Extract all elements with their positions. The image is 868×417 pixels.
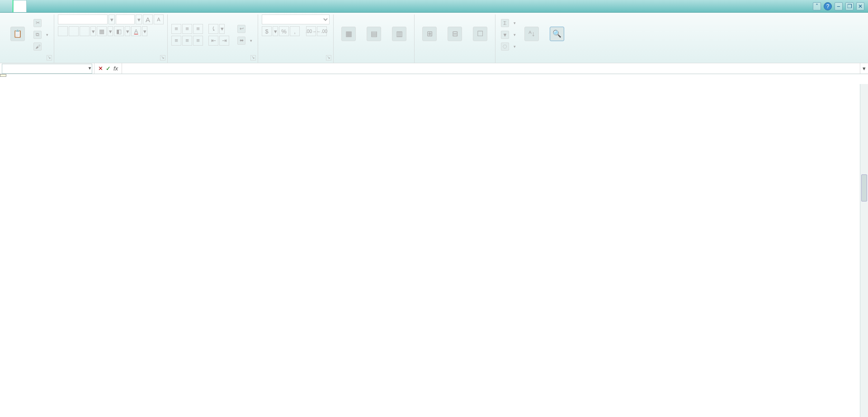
- tab-home[interactable]: [13, 0, 27, 12]
- wrap-text-icon: ↩: [237, 25, 245, 33]
- cell-styles-icon: ▥: [392, 27, 406, 41]
- paste-button[interactable]: 📋: [6, 17, 29, 52]
- font-name-input[interactable]: [58, 14, 108, 24]
- tab-strip: ˄ ? ‒ ❐ ✕: [0, 0, 868, 13]
- increase-decimal-icon[interactable]: .00→: [306, 26, 316, 36]
- window-close-icon[interactable]: ✕: [856, 2, 864, 10]
- tab-formulas[interactable]: [52, 0, 65, 12]
- orientation-icon[interactable]: ⤹: [208, 24, 218, 34]
- copy-icon: ⧉: [33, 31, 42, 39]
- italic-button[interactable]: [69, 26, 79, 36]
- group-cells: ⊞ ⊟ ☐: [415, 14, 495, 63]
- conditional-formatting-icon: ▦: [341, 27, 356, 41]
- tab-insert[interactable]: [27, 0, 39, 12]
- tab-view[interactable]: [90, 0, 103, 12]
- decrease-indent-icon[interactable]: ⇤: [208, 36, 218, 46]
- format-as-table-button[interactable]: ▤: [363, 17, 385, 52]
- minimize-ribbon-icon[interactable]: ˄: [813, 2, 821, 10]
- bold-button[interactable]: [58, 26, 68, 36]
- clear-button[interactable]: ◌▾: [499, 42, 518, 52]
- currency-icon[interactable]: $: [262, 26, 272, 36]
- format-cells-button[interactable]: ☐: [469, 17, 491, 52]
- insert-cells-button[interactable]: ⊞: [418, 17, 441, 52]
- table-icon: ▤: [367, 27, 381, 41]
- fill-icon: ▼: [501, 31, 509, 39]
- merge-center-button[interactable]: ⬌▾: [236, 36, 254, 46]
- cancel-edit-icon[interactable]: ✕: [98, 65, 103, 72]
- borders-button[interactable]: ▦: [97, 26, 107, 36]
- fill-button[interactable]: ▼▾: [499, 30, 518, 40]
- insert-icon: ⊞: [422, 27, 437, 41]
- chevron-down-icon[interactable]: ▾: [89, 66, 91, 70]
- eraser-icon: ◌: [501, 42, 509, 51]
- formula-input[interactable]: [122, 63, 860, 74]
- increase-indent-icon[interactable]: ⇥: [219, 36, 229, 46]
- vertical-scrollbar[interactable]: [860, 84, 868, 417]
- paste-icon: 📋: [10, 27, 25, 41]
- number-format-select[interactable]: [262, 14, 330, 24]
- brush-icon: 🖌: [33, 42, 42, 51]
- confirm-edit-icon[interactable]: ✓: [106, 65, 111, 72]
- comma-icon[interactable]: ,: [290, 26, 300, 36]
- window-restore-icon[interactable]: ❐: [845, 2, 854, 10]
- decrease-decimal-icon[interactable]: ←.00: [317, 26, 327, 36]
- group-editing: Σ▾ ▼▾ ◌▾ ᴬ↓ 🔍: [495, 14, 572, 63]
- window-minimize-icon[interactable]: ‒: [835, 2, 843, 10]
- font-size-input[interactable]: [116, 14, 135, 24]
- increase-font-icon[interactable]: A: [143, 14, 153, 24]
- fx-icon[interactable]: fx: [113, 65, 118, 72]
- tab-review[interactable]: [77, 0, 90, 12]
- group-number: $▾ % , .00→ ←.00 ↘: [258, 14, 334, 63]
- percent-icon[interactable]: %: [279, 26, 289, 36]
- format-icon: ☐: [473, 27, 487, 41]
- tab-page-layout[interactable]: [39, 0, 52, 12]
- group-font: ▾ ▾ A A ▾ ▦▾ ◧▾ A▾ ↘: [54, 14, 168, 63]
- ribbon: 📋 ✂ ⧉▾ 🖌 ↘ ▾ ▾ A A: [0, 13, 868, 63]
- decrease-font-icon[interactable]: A: [154, 14, 164, 24]
- help-icon[interactable]: ?: [824, 2, 832, 10]
- clipboard-launcher-icon[interactable]: ↘: [47, 55, 52, 61]
- sort-icon: ᴬ↓: [524, 27, 539, 41]
- number-launcher-icon[interactable]: ↘: [326, 55, 331, 61]
- formula-bar: ▾ ✕ ✓ fx ▾: [0, 63, 868, 74]
- wrap-text-button[interactable]: ↩: [236, 24, 254, 34]
- cell-styles-button[interactable]: ▥: [388, 17, 410, 52]
- group-alignment: ≡ ≡ ≡ ⤹▾ ≡ ≡ ≡ ⇤ ⇥ ↩ ⬌▾ ↘: [168, 14, 258, 63]
- cut-button[interactable]: ✂: [32, 18, 50, 28]
- spreadsheet-grid[interactable]: [0, 74, 868, 417]
- sort-filter-button[interactable]: ᴬ↓: [520, 17, 543, 52]
- name-box[interactable]: ▾: [2, 64, 92, 74]
- format-painter-button[interactable]: 🖌: [32, 42, 50, 52]
- font-color-button[interactable]: A: [131, 26, 141, 36]
- align-bottom-icon[interactable]: ≡: [193, 24, 203, 34]
- expand-formula-bar-icon[interactable]: ▾: [860, 63, 868, 74]
- font-launcher-icon[interactable]: ↘: [160, 55, 165, 61]
- binoculars-icon: 🔍: [550, 27, 564, 41]
- tab-team[interactable]: [115, 0, 128, 12]
- function-tooltip: [0, 74, 6, 77]
- conditional-formatting-button[interactable]: ▦: [337, 17, 360, 52]
- merge-icon: ⬌: [237, 37, 245, 45]
- align-left-icon[interactable]: ≡: [171, 36, 181, 46]
- tab-file[interactable]: [0, 0, 13, 12]
- group-clipboard: 📋 ✂ ⧉▾ 🖌 ↘: [3, 14, 54, 63]
- delete-cells-button[interactable]: ⊟: [443, 17, 466, 52]
- alignment-launcher-icon[interactable]: ↘: [250, 55, 256, 61]
- autosum-button[interactable]: Σ▾: [499, 18, 518, 28]
- align-middle-icon[interactable]: ≡: [182, 24, 192, 34]
- scissors-icon: ✂: [33, 19, 42, 27]
- copy-button[interactable]: ⧉▾: [32, 30, 50, 40]
- delete-icon: ⊟: [448, 27, 462, 41]
- window-controls: ˄ ? ‒ ❐ ✕: [813, 0, 868, 12]
- group-styles: ▦ ▤ ▥: [334, 14, 415, 63]
- align-right-icon[interactable]: ≡: [193, 36, 203, 46]
- align-top-icon[interactable]: ≡: [171, 24, 181, 34]
- tab-developer[interactable]: [103, 0, 115, 12]
- underline-button[interactable]: [80, 26, 90, 36]
- find-select-button[interactable]: 🔍: [546, 17, 568, 52]
- tab-data[interactable]: [65, 0, 77, 12]
- sigma-icon: Σ: [501, 19, 509, 27]
- align-center-icon[interactable]: ≡: [182, 36, 192, 46]
- scrollbar-thumb[interactable]: [861, 174, 867, 201]
- fill-color-button[interactable]: ◧: [114, 26, 124, 36]
